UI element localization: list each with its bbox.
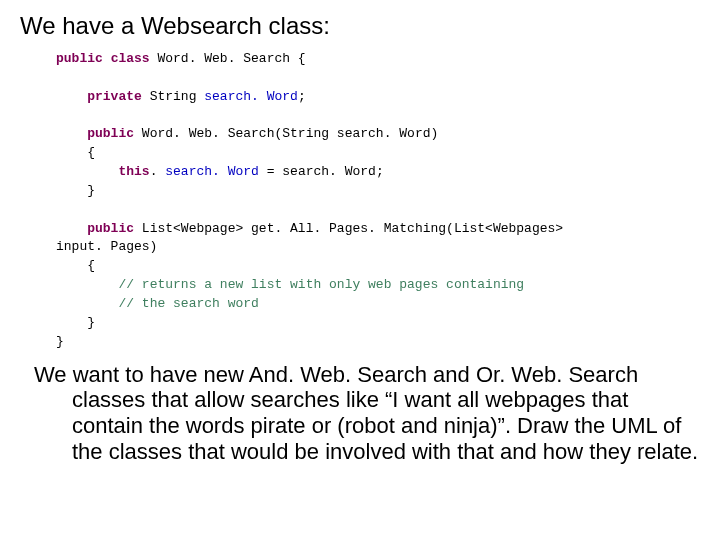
- comment: // returns a new list with only web page…: [118, 277, 524, 292]
- brace: {: [87, 258, 95, 273]
- brace: }: [56, 334, 64, 349]
- code-text: = search. Word;: [259, 164, 384, 179]
- kw-class: class: [111, 51, 150, 66]
- code-text: Word. Web. Search {: [150, 51, 306, 66]
- code-text: .: [150, 164, 166, 179]
- kw-private: private: [87, 89, 142, 104]
- code-text: List<Webpage> get. All. Pages. Matching(…: [134, 221, 563, 236]
- kw-public: public: [56, 51, 103, 66]
- kw-public: public: [87, 221, 134, 236]
- heading: We have a Websearch class:: [20, 12, 700, 40]
- kw-this: this: [118, 164, 149, 179]
- body-paragraph: We want to have new And. Web. Search and…: [34, 362, 700, 466]
- brace: {: [87, 145, 95, 160]
- brace: }: [87, 315, 95, 330]
- code-text: Word. Web. Search(String search. Word): [134, 126, 438, 141]
- code-text: input. Pages): [56, 239, 157, 254]
- code-text: ;: [298, 89, 306, 104]
- member: search. Word: [204, 89, 298, 104]
- code-text: String: [142, 89, 204, 104]
- brace: }: [87, 183, 95, 198]
- code-block: public class Word. Web. Search { private…: [56, 50, 700, 352]
- comment: // the search word: [118, 296, 258, 311]
- member: search. Word: [165, 164, 259, 179]
- kw-public: public: [87, 126, 134, 141]
